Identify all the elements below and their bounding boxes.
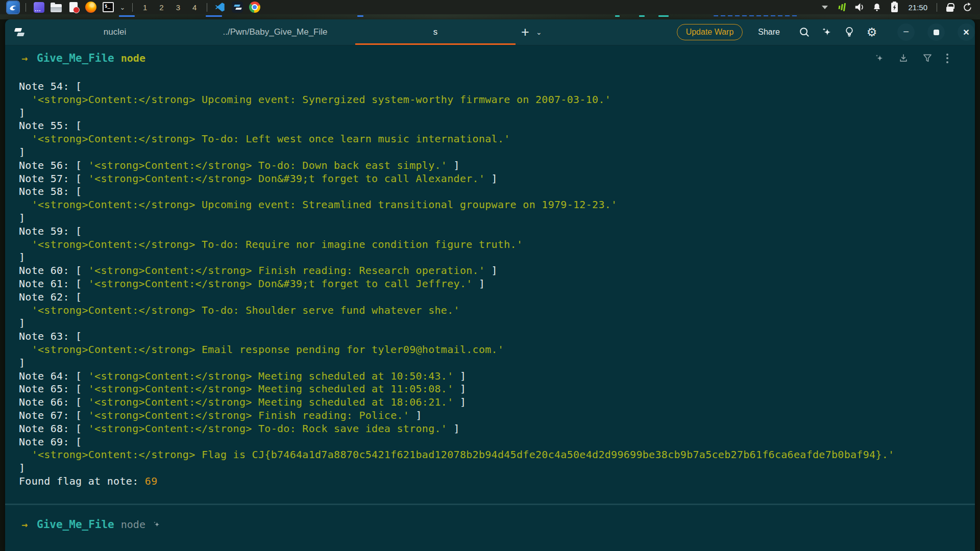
output-line: ] — [19, 146, 975, 159]
background-dash — [714, 15, 799, 16]
output-line: '<strong>Content:</strong> Flag is CJ{b7… — [19, 448, 975, 462]
prompt-command: Give_Me_File — [37, 518, 114, 531]
output-line: Note 61: [ '<strong>Content:</strong> Do… — [19, 278, 975, 291]
tab-label: nuclei — [104, 27, 126, 37]
taskbar-separator — [937, 3, 937, 12]
output-line: ] — [19, 357, 975, 370]
background-dash — [639, 15, 645, 17]
output-line: Note 57: [ '<strong>Content:</strong> Do… — [19, 172, 975, 186]
ai-sparkle-icon[interactable] — [820, 26, 834, 39]
output-line: Note 68: [ '<strong>Content:</strong> To… — [19, 422, 975, 436]
background-dash — [615, 15, 620, 17]
background-dash — [658, 15, 669, 17]
file-manager-icon[interactable] — [50, 1, 62, 13]
command-block-header[interactable]: → Give_Me_File node — [5, 46, 975, 70]
output-line: Note 65: [ '<strong>Content:</strong> Me… — [19, 383, 975, 396]
tab-s-active[interactable]: s — [355, 19, 516, 45]
output-line: '<strong>Content:</strong> To-do: Left w… — [19, 133, 975, 146]
output-line: ] — [19, 212, 975, 225]
download-output-icon[interactable] — [898, 53, 909, 63]
tray-chevron-icon[interactable] — [819, 1, 831, 13]
warp-taskbar-icon[interactable] — [231, 1, 243, 13]
block-divider — [5, 504, 975, 505]
output-line: Note 55: [ — [19, 119, 975, 133]
terminal-output: Note 54: [ '<strong>Content:</strong> Up… — [5, 80, 975, 488]
taskbar: $_ ⌄ 1 2 3 4 21:50 — [0, 0, 980, 14]
settings-gear-icon[interactable]: ⚙ — [865, 26, 878, 39]
tab-label: ../Pwn/Baby_Give_Me_File — [223, 27, 327, 37]
bookmark-sparkle-icon[interactable] — [874, 53, 885, 63]
command-arg: node — [121, 52, 145, 64]
terminal-app-icon[interactable]: $_ — [102, 1, 114, 13]
text-editor-icon[interactable] — [67, 1, 80, 13]
input-prompt-row[interactable]: → Give_Me_File node — [5, 518, 975, 531]
workspace-4[interactable]: 4 — [192, 3, 197, 12]
block-menu-kebab-icon[interactable] — [946, 54, 948, 63]
tab-bar: nuclei ../Pwn/Baby_Give_Me_File s + ⌄ Up… — [5, 19, 975, 45]
output-line: Note 62: [ — [19, 291, 975, 304]
tab-nuclei[interactable]: nuclei — [35, 19, 195, 45]
output-line: '<strong>Content:</strong> To-do: Should… — [19, 304, 975, 317]
search-icon[interactable] — [798, 26, 811, 39]
close-button[interactable]: ✕ — [958, 23, 975, 41]
output-line: Note 59: [ — [19, 225, 975, 238]
desktop-wallpaper-strip — [0, 14, 980, 19]
maximize-button[interactable] — [927, 23, 945, 41]
output-line: Note 54: [ — [19, 80, 975, 93]
chrome-icon[interactable] — [249, 1, 261, 13]
network-signal-icon[interactable] — [836, 1, 848, 13]
terminal-dropdown-chevron-icon[interactable]: ⌄ — [119, 1, 126, 13]
background-dash — [119, 15, 135, 17]
output-line: ] — [19, 317, 975, 330]
output-line: Note 66: [ '<strong>Content:</strong> Me… — [19, 396, 975, 409]
prompt-sparkle-icon — [153, 520, 161, 529]
taskbar-separator — [26, 3, 26, 12]
prompt-arrow-icon: → — [21, 52, 28, 64]
output-line: Note 60: [ '<strong>Content:</strong> Fi… — [19, 264, 975, 278]
workspace-2[interactable]: 2 — [159, 3, 163, 12]
warp-terminal-window: nuclei ../Pwn/Baby_Give_Me_File s + ⌄ Up… — [5, 19, 975, 551]
lightbulb-icon[interactable] — [843, 26, 856, 39]
output-line: '<strong>Content:</strong> Upcoming even… — [19, 198, 975, 212]
background-dash — [206, 15, 222, 17]
output-line: Note 69: [ — [19, 436, 975, 449]
tab-pwn-baby-give-me-file[interactable]: ../Pwn/Baby_Give_Me_File — [195, 19, 355, 45]
output-line: Note 58: [ — [19, 185, 975, 198]
output-line: ] — [19, 107, 975, 120]
vscode-icon[interactable] — [214, 1, 226, 13]
output-line: '<strong>Content:</strong> To-do: Requir… — [19, 238, 975, 252]
firefox-icon[interactable] — [85, 1, 97, 13]
workspace-1[interactable]: 1 — [143, 3, 147, 12]
warp-logo-icon[interactable] — [5, 27, 35, 37]
notifications-bell-icon[interactable] — [871, 1, 883, 13]
command-name: Give_Me_File — [37, 52, 114, 64]
output-line: Note 67: [ '<strong>Content:</strong> Fi… — [19, 409, 975, 422]
output-line: Note 64: [ '<strong>Content:</strong> Me… — [19, 370, 975, 383]
power-menu-icon[interactable] — [961, 1, 973, 13]
output-line: '<strong>Content:</strong> Email respons… — [19, 343, 975, 357]
output-line: Note 56: [ '<strong>Content:</strong> To… — [19, 159, 975, 172]
clock[interactable]: 21:50 — [908, 3, 927, 12]
update-warp-button[interactable]: Update Warp — [677, 24, 743, 40]
output-line: ] — [19, 251, 975, 264]
new-tab-button[interactable]: + — [516, 26, 535, 39]
taskbar-separator — [207, 3, 207, 12]
prompt-arg: node — [121, 518, 145, 531]
tab-label: s — [433, 27, 438, 37]
workspace-3[interactable]: 3 — [176, 3, 180, 12]
output-line: Found flag at note: 69 — [19, 475, 975, 488]
app-window-icon[interactable] — [33, 1, 45, 13]
volume-icon[interactable] — [853, 1, 866, 13]
background-dash — [357, 15, 363, 17]
share-button[interactable]: Share — [758, 28, 780, 37]
output-line: Note 63: [ — [19, 330, 975, 343]
battery-charging-icon[interactable] — [888, 1, 900, 13]
kali-launcher-icon[interactable] — [7, 1, 19, 13]
filter-icon[interactable] — [922, 53, 933, 63]
taskbar-separator — [132, 3, 133, 12]
minimize-button[interactable]: − — [897, 23, 915, 41]
tab-list-chevron-icon[interactable]: ⌄ — [536, 28, 542, 36]
output-line: ] — [19, 462, 975, 475]
prompt-arrow-icon: → — [21, 518, 28, 531]
lock-screen-icon[interactable] — [944, 1, 956, 13]
